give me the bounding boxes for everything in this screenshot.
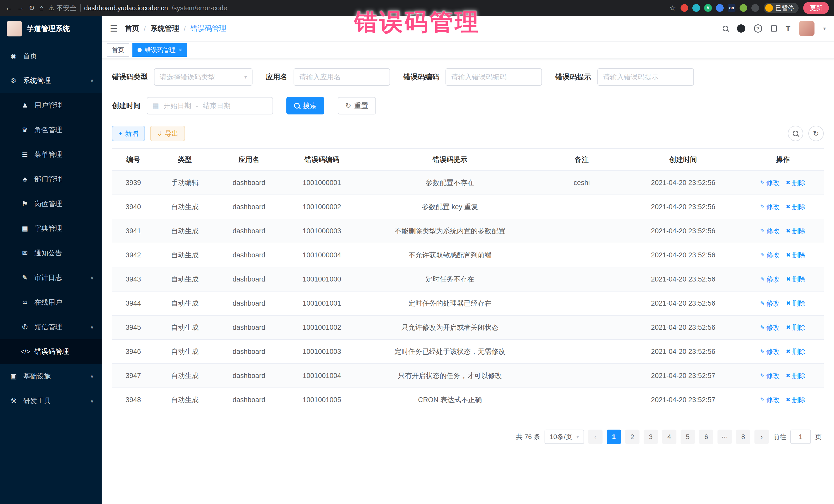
page-button[interactable]: 5	[681, 430, 695, 444]
export-button[interactable]: ⇩ 导出	[150, 126, 185, 141]
extension-grid-icon[interactable]	[716, 4, 724, 12]
goto-page-input[interactable]	[790, 430, 811, 444]
extension-v-icon[interactable]: V	[704, 4, 712, 12]
delete-link[interactable]: ✖删除	[786, 226, 805, 236]
add-button[interactable]: + 新增	[112, 126, 145, 141]
page-button[interactable]: ···	[718, 430, 732, 444]
date-start-placeholder: 开始日期	[164, 101, 192, 110]
sidebar-item[interactable]: ▤ 字典管理	[0, 216, 102, 241]
edit-link[interactable]: ✎修改	[760, 347, 780, 356]
sidebar-item[interactable]: ✆ 短信管理 ∨	[0, 314, 102, 339]
extension-on-badge-icon[interactable]: on	[728, 4, 736, 12]
sidebar-item[interactable]: ∞ 在线用户	[0, 290, 102, 314]
edit-icon: ✎	[760, 348, 765, 355]
prev-page-button[interactable]: ‹	[588, 430, 602, 444]
page-button[interactable]: 4	[662, 430, 676, 444]
sidebar-item[interactable]: ⚙ 系统管理 ∧	[0, 68, 102, 93]
edit-link[interactable]: ✎修改	[760, 323, 780, 332]
caret-down-icon[interactable]: ▾	[823, 25, 826, 31]
browser-update-button[interactable]: 更新	[803, 2, 829, 14]
table-row: 3946 自动生成 dashboard 1001001003 定时任务已经处于该…	[112, 339, 824, 364]
error-message-input[interactable]	[597, 68, 694, 86]
security-warning[interactable]: ⚠ 不安全	[48, 4, 76, 13]
delete-link[interactable]: ✖删除	[786, 178, 805, 187]
cell-error-code: 1001001005	[283, 388, 361, 412]
table-row: 3948 自动生成 dashboard 1001001005 CRON 表达式不…	[112, 388, 824, 412]
sidebar-item[interactable]: ♣ 部门管理	[0, 167, 102, 192]
address-bar[interactable]: ⚠ 不安全 dashboard.yudao.iocoder.cn/system/…	[48, 4, 227, 13]
column-header: 类型	[154, 149, 215, 171]
search-icon[interactable]	[723, 26, 728, 31]
delete-link[interactable]: ✖删除	[786, 299, 805, 308]
reload-icon[interactable]: ↻	[29, 4, 35, 12]
font-size-icon[interactable]: T	[786, 24, 790, 33]
sidebar-item[interactable]: ☰ 菜单管理	[0, 142, 102, 167]
security-label: 不安全	[57, 4, 76, 13]
edit-link[interactable]: ✎修改	[760, 202, 780, 212]
fullscreen-icon[interactable]	[771, 25, 777, 31]
sidebar-item[interactable]: ⚑ 岗位管理	[0, 192, 102, 216]
edit-link[interactable]: ✎修改	[760, 371, 780, 380]
forward-icon[interactable]: →	[17, 4, 24, 12]
delete-link[interactable]: ✖删除	[786, 251, 805, 260]
cell-error-message: 不能删除类型为系统内置的参数配置	[361, 219, 539, 243]
error-code-input[interactable]	[445, 68, 542, 86]
bookmark-star-icon[interactable]: ☆	[670, 4, 676, 12]
error-type-select[interactable]: 请选择错误码类型 ▾	[154, 68, 253, 86]
delete-link[interactable]: ✖删除	[786, 347, 805, 356]
search-button[interactable]: 搜索	[286, 97, 324, 114]
edit-link[interactable]: ✎修改	[760, 178, 780, 187]
app-name-input[interactable]	[293, 68, 390, 86]
delete-link[interactable]: ✖删除	[786, 371, 805, 380]
delete-link[interactable]: ✖删除	[786, 275, 805, 284]
date-range-picker[interactable]: ▦ 开始日期 - 结束日期	[147, 97, 273, 114]
delete-link[interactable]: ✖删除	[786, 323, 805, 332]
sidebar-item[interactable]: ✎ 审计日志 ∨	[0, 265, 102, 290]
edit-link[interactable]: ✎修改	[760, 226, 780, 236]
edit-link[interactable]: ✎修改	[760, 275, 780, 284]
app-logo[interactable]: 芋道管理系统	[0, 16, 102, 42]
page-button[interactable]: 2	[625, 430, 639, 444]
extension-drop-icon[interactable]	[692, 4, 700, 12]
delete-link[interactable]: ✖删除	[786, 202, 805, 212]
role-icon: ♛	[21, 126, 29, 134]
breadcrumb-home[interactable]: 首页	[125, 24, 139, 34]
user-avatar[interactable]	[799, 21, 814, 36]
sidebar-item[interactable]: ✉ 通知公告	[0, 241, 102, 265]
delete-link[interactable]: ✖删除	[786, 395, 805, 404]
edit-link[interactable]: ✎修改	[760, 299, 780, 308]
browser-profile-chip[interactable]: 已暂停	[764, 3, 798, 13]
page-button[interactable]: 6	[699, 430, 714, 444]
close-icon[interactable]: ×	[179, 46, 182, 53]
sidebar-item[interactable]: </> 错误码管理	[0, 339, 102, 364]
toggle-search-button[interactable]	[788, 126, 803, 141]
help-icon[interactable]: ?	[754, 24, 762, 32]
page-button[interactable]: 1	[607, 430, 621, 444]
view-tab[interactable]: 首页	[107, 43, 129, 57]
sidebar-item[interactable]: ▣ 基础设施 ∨	[0, 364, 102, 389]
home-icon[interactable]: ⌂	[39, 4, 44, 12]
page-size-select[interactable]: 10条/页 ▾	[545, 430, 584, 444]
page-button[interactable]: 3	[643, 430, 658, 444]
edit-link[interactable]: ✎修改	[760, 395, 780, 404]
sidebar-item[interactable]: ◉ 首页	[0, 44, 102, 68]
dept-tree-icon: ♣	[21, 175, 29, 183]
view-tab[interactable]: 错误码管理 ×	[132, 43, 187, 57]
extension-leaf-icon[interactable]	[740, 4, 747, 12]
sidebar-item[interactable]: ♟ 用户管理	[0, 93, 102, 117]
refresh-table-button[interactable]: ↻	[808, 126, 824, 141]
sidebar-item[interactable]: ♛ 角色管理	[0, 117, 102, 142]
github-icon[interactable]	[737, 24, 745, 32]
back-icon[interactable]: ←	[5, 4, 12, 12]
extension-puzzle-icon[interactable]	[751, 4, 759, 12]
reset-button[interactable]: ↻ 重置	[338, 97, 376, 114]
sidebar-item[interactable]: ⚒ 研发工具 ∨	[0, 389, 102, 413]
extension-adblock-icon[interactable]	[681, 4, 688, 12]
next-page-button[interactable]: ›	[754, 430, 769, 444]
dict-icon: ▤	[21, 224, 29, 233]
edit-link[interactable]: ✎修改	[760, 251, 780, 260]
sidebar-toggle-icon[interactable]: ☰	[110, 23, 117, 34]
page-button[interactable]: 8	[736, 430, 750, 444]
breadcrumb-system[interactable]: 系统管理	[150, 24, 179, 34]
infra-icon: ▣	[9, 372, 18, 380]
